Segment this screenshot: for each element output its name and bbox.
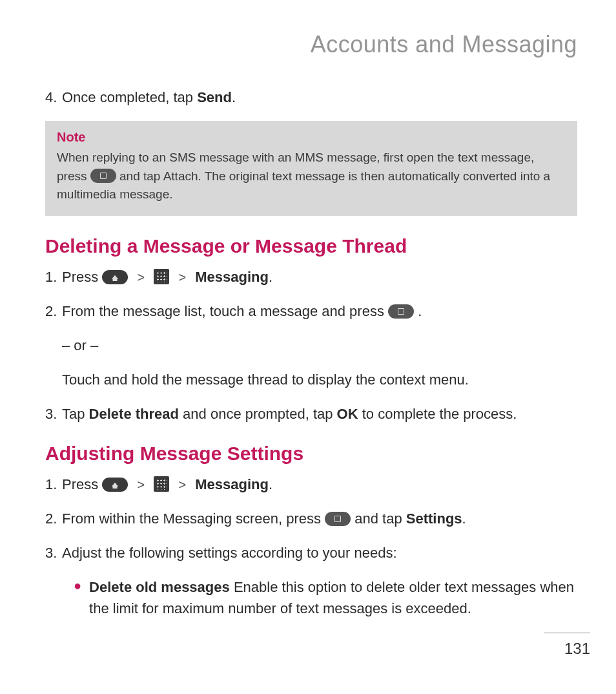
apps-grid-icon (154, 269, 169, 284)
bullet-icon: ● (74, 576, 81, 619)
step-body: Tap Delete thread and once prompted, tap… (62, 403, 577, 425)
step-body: From the message list, touch a message a… (62, 300, 577, 322)
text: . (269, 269, 272, 285)
note-body: When replying to an SMS message with an … (57, 149, 566, 204)
menu-button-icon (325, 512, 351, 526)
separator: > (178, 268, 186, 287)
delete-step-1: 1. Press > > Messaging. (45, 266, 577, 288)
messaging-label: Messaging (195, 269, 269, 285)
step-number: 3. (45, 542, 62, 563)
home-button-icon (102, 478, 128, 492)
settings-step-2: 2. From within the Messaging screen, pre… (45, 508, 577, 529)
step-body: Press > > Messaging. (62, 474, 577, 495)
text: Once completed, tap (62, 89, 197, 105)
step-number: 1. (45, 474, 62, 495)
delete-step-2: 2. From the message list, touch a messag… (45, 300, 577, 322)
or-separator: – or – (62, 335, 577, 356)
step-body: Press > > Messaging. (62, 266, 577, 288)
settings-step-1: 1. Press > > Messaging. (45, 474, 577, 495)
ok-label: OK (337, 406, 358, 422)
messaging-label: Messaging (195, 476, 269, 492)
page-number: 131 (544, 633, 590, 658)
alt-instruction: Touch and hold the message thread to dis… (62, 369, 577, 390)
note-box: Note When replying to an SMS message wit… (45, 121, 577, 216)
section-heading-settings: Adjusting Message Settings (45, 443, 577, 465)
home-button-icon (102, 270, 128, 284)
text: Press (62, 269, 102, 285)
text: Tap (62, 406, 89, 422)
step-number: 1. (45, 266, 62, 288)
note-label: Note (57, 130, 566, 145)
step-number: 4. (45, 87, 62, 108)
text: to complete the process. (358, 406, 517, 422)
delete-old-messages-label: Delete old messages (89, 579, 230, 595)
step-number: 3. (45, 403, 62, 425)
text: and once prompted, tap (179, 406, 337, 422)
apps-grid-icon (154, 476, 169, 492)
send-label: Send (197, 89, 232, 105)
manual-page: Accounts and Messaging 4. Once completed… (0, 0, 616, 694)
text: and tap (354, 510, 406, 527)
text: From the message list, touch a message a… (62, 303, 388, 319)
step-body: Adjust the following settings according … (62, 542, 577, 563)
separator: > (137, 268, 145, 287)
text: . (232, 89, 236, 105)
step-4: 4. Once completed, tap Send. (45, 87, 577, 108)
step-number: 2. (45, 300, 62, 322)
text: . (462, 510, 466, 527)
menu-button-icon (90, 169, 116, 183)
step-body: Once completed, tap Send. (62, 87, 577, 108)
bullet-body: Delete old messages Enable this option t… (89, 576, 577, 619)
settings-label: Settings (406, 510, 462, 527)
text: Press (62, 476, 102, 492)
text: . (418, 303, 422, 319)
settings-step-3: 3. Adjust the following settings accordi… (45, 542, 577, 563)
section-heading-delete: Deleting a Message or Message Thread (45, 235, 577, 257)
text: and tap Attach. The original text messag… (57, 169, 550, 202)
menu-button-icon (388, 304, 414, 319)
text: . (269, 476, 272, 492)
step-number: 2. (45, 508, 62, 529)
step-body: From within the Messaging screen, press … (62, 508, 577, 529)
delete-thread-label: Delete thread (89, 406, 179, 422)
delete-step-3: 3. Tap Delete thread and once prompted, … (45, 403, 577, 425)
separator: > (178, 475, 186, 494)
chapter-title: Accounts and Messaging (45, 31, 577, 58)
separator: > (137, 475, 145, 494)
text: From within the Messaging screen, press (62, 510, 325, 527)
settings-bullet-delete-old: ● Delete old messages Enable this option… (74, 576, 577, 619)
